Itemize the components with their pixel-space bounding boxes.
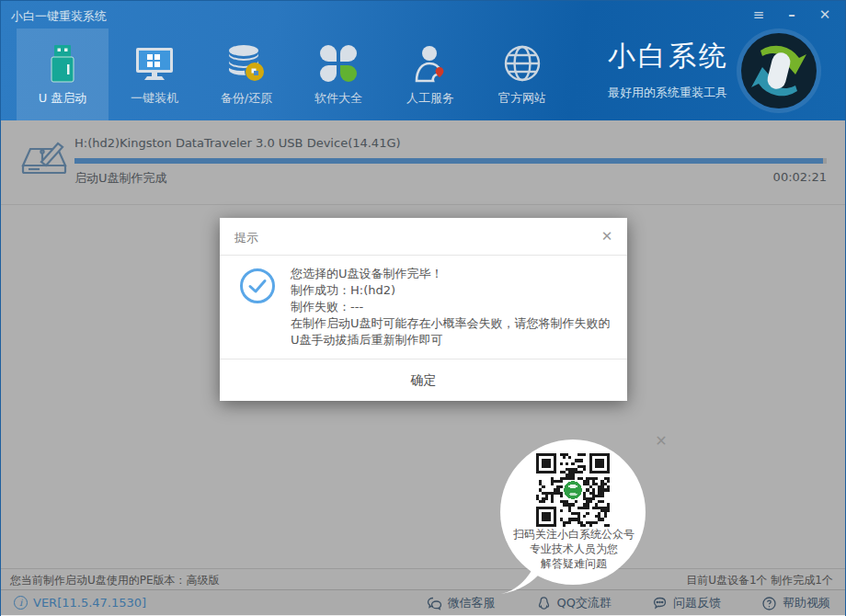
qr-bubble-close-icon[interactable]: ✕ [652,432,670,451]
software-grid-icon [317,42,360,85]
dialog-line: 在制作启动U盘时可能存在小概率会失败，请您将制作失败的U盘手动拔插后重新制作即可 [291,315,614,348]
brand-logo-icon [735,27,823,115]
dialog-title: 提示 [234,230,258,246]
close-icon[interactable]: ✕ [816,6,834,23]
window-title: 小白一键重装系统 [11,8,107,25]
nav-item-website[interactable]: 官方网站 [476,29,568,120]
nav-label: 官方网站 [498,90,546,107]
prompt-dialog: 提示 ✕ 您选择的U盘设备制作完毕！ 制作成功：H:(hd2) 制作失败：---… [220,218,627,401]
dialog-line: 制作失败：--- [291,299,614,315]
qr-code [536,453,610,527]
app-window: 小白一键重装系统 ≡ – ✕ U 盘启动 [0,0,846,616]
monitor-icon [133,42,176,85]
globe-icon [501,42,543,85]
qr-bubble: 扫码关注小白系统公众号 专业技术人员为您 解答疑难问题 [496,431,659,600]
main-nav: U 盘启动 一键装机 [17,29,568,120]
dialog-title-row: 提示 ✕ [220,218,627,256]
qr-caption-line: 扫码关注小白系统公众号 [496,527,652,542]
window-controls: ≡ – ✕ [749,6,834,23]
nav-item-software[interactable]: 软件大全 [292,29,384,120]
dialog-footer: 确定 [220,359,627,400]
minimize-icon[interactable]: – [783,6,801,23]
brand-tagline: 最好用的系统重装工具 [608,85,729,101]
titlebar: 小白一键重装系统 ≡ – ✕ [1,1,845,29]
qr-caption: 扫码关注小白系统公众号 专业技术人员为您 解答疑难问题 [496,527,652,571]
nav-item-one-key-install[interactable]: 一键装机 [109,29,200,120]
nav-item-usb-boot[interactable]: U 盘启动 [17,29,109,120]
brand: 小白系统 最好用的系统重装工具 [608,38,729,101]
header: 小白一键重装系统 ≡ – ✕ U 盘启动 [1,1,845,120]
qr-caption-line: 解答疑难问题 [496,556,652,571]
menu-icon[interactable]: ≡ [749,6,768,23]
backup-restore-icon [225,42,268,85]
dialog-body: 您选择的U盘设备制作完毕！ 制作成功：H:(hd2) 制作失败：--- 在制作启… [220,256,627,359]
ok-button[interactable]: 确定 [374,359,474,401]
nav-label: 备份/还原 [221,90,272,107]
nav-label: 软件大全 [314,90,362,107]
nav-label: 一键装机 [131,90,178,107]
success-check-icon [239,268,276,304]
qr-caption-line: 专业技术人员为您 [496,542,652,556]
nav-label: U 盘启动 [39,90,87,107]
nav-item-backup-restore[interactable]: 备份/还原 [200,29,292,120]
nav-item-support[interactable]: 人工服务 [384,29,476,120]
usb-drive-icon [41,42,84,85]
nav-label: 人工服务 [406,90,454,107]
brand-name: 小白系统 [608,38,729,75]
dialog-line: 制作成功：H:(hd2) [291,282,614,299]
support-person-icon [409,42,452,85]
dialog-line: 您选择的U盘设备制作完毕！ [291,266,614,282]
dialog-close-icon[interactable]: ✕ [599,228,615,245]
dialog-message: 您选择的U盘设备制作完毕！ 制作成功：H:(hd2) 制作失败：--- 在制作启… [291,266,614,348]
